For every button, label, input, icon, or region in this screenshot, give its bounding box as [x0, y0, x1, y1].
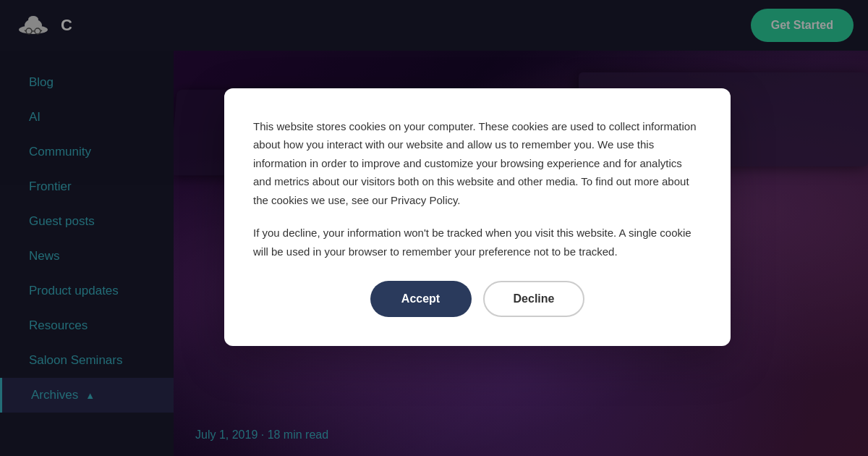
decline-button[interactable]: Decline	[483, 281, 585, 317]
cookie-paragraph-2: If you decline, your information won't b…	[253, 224, 702, 261]
cookie-modal: This website stores cookies on your comp…	[224, 88, 731, 347]
cookie-modal-buttons: Accept Decline	[253, 281, 702, 317]
accept-button[interactable]: Accept	[370, 281, 472, 317]
cookie-modal-overlay: This website stores cookies on your comp…	[0, 0, 868, 456]
cookie-paragraph-1: This website stores cookies on your comp…	[253, 117, 702, 210]
